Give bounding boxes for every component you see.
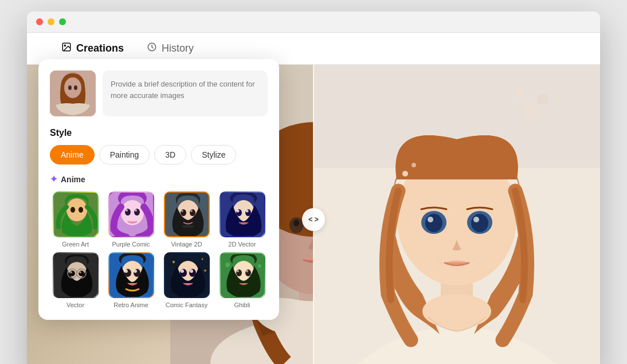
style-item-vector[interactable]: Vector [50, 252, 101, 308]
browser-bar [27, 11, 600, 33]
svg-point-56 [245, 210, 248, 213]
style-item-ghibli[interactable]: Ghibli [217, 252, 268, 308]
maximize-button[interactable] [59, 18, 66, 25]
svg-point-11 [293, 220, 299, 226]
style-title: Style [50, 128, 268, 138]
style-thumb-vintage-2d [164, 191, 210, 237]
svg-point-15 [523, 102, 540, 119]
svg-point-27 [402, 171, 408, 177]
style-thumb-ghibli [220, 252, 265, 298]
style-btn-anime[interactable]: Anime [50, 145, 95, 165]
svg-point-33 [74, 85, 77, 90]
svg-point-22 [425, 214, 442, 232]
svg-point-23 [471, 214, 488, 232]
upload-thumbnail[interactable] [50, 71, 96, 116]
style-thumb-retro-anime [108, 252, 154, 298]
image-icon [61, 42, 72, 55]
svg-point-71 [134, 269, 137, 273]
svg-point-32 [68, 85, 72, 90]
style-item-2d-vector[interactable]: 2D Vector [217, 191, 268, 248]
svg-point-36 [70, 207, 75, 213]
minimize-button[interactable] [48, 18, 54, 25]
style-item-green-art[interactable]: Green Art [50, 191, 101, 248]
svg-point-35 [66, 198, 87, 221]
browser-content: Creations History [27, 33, 600, 364]
anime-section-label: Anime [61, 175, 85, 184]
tab-creations-label: Creations [76, 42, 124, 54]
svg-point-79 [201, 259, 203, 260]
style-item-vintage-2d[interactable]: Vintage 2D [161, 191, 212, 248]
svg-point-78 [173, 261, 175, 263]
svg-point-86 [246, 270, 248, 272]
svg-point-88 [258, 264, 261, 268]
style-section: Style Anime Painting 3D Stylize [50, 128, 268, 165]
style-buttons: Anime Painting 3D Stylize [50, 145, 268, 165]
svg-point-55 [236, 210, 239, 213]
style-item-retro-anime[interactable]: Retro Anime [105, 252, 156, 308]
svg-point-70 [124, 269, 128, 273]
style-label-2d-vector: 2D Vector [228, 241, 256, 248]
style-item-comic-fantasy[interactable]: Comic Fantasy [161, 252, 212, 308]
svg-point-49 [190, 210, 193, 212]
style-label-green-art: Green Art [62, 241, 89, 248]
style-label-retro-anime: Retro Anime [113, 302, 148, 308]
split-handle[interactable]: < > [302, 208, 325, 231]
style-thumb-vector [53, 252, 99, 298]
svg-point-42 [126, 209, 128, 212]
upload-row [50, 71, 268, 116]
svg-rect-50 [182, 225, 194, 228]
close-button[interactable] [36, 18, 43, 25]
svg-point-87 [225, 263, 230, 267]
svg-point-43 [135, 209, 137, 212]
svg-point-64 [70, 271, 72, 273]
svg-point-65 [79, 271, 81, 273]
style-label-ghibli: Ghibli [234, 302, 250, 308]
floating-panel: Style Anime Painting 3D Stylize ✦ Anime [38, 59, 279, 320]
anime-photo-side [314, 65, 600, 364]
clock-icon [147, 42, 157, 55]
style-thumb-comic-fantasy [164, 252, 210, 298]
svg-point-28 [412, 163, 416, 167]
svg-point-16 [537, 93, 548, 105]
style-btn-3d[interactable]: 3D [154, 145, 186, 165]
svg-point-63 [79, 271, 84, 276]
description-input[interactable] [103, 71, 268, 116]
style-thumb-green-art [53, 191, 99, 237]
style-item-purple-comic[interactable]: Purple Comic [105, 191, 156, 248]
svg-point-77 [190, 269, 193, 273]
style-btn-painting[interactable]: Painting [99, 145, 150, 165]
style-thumb-2d-vector [220, 191, 265, 237]
svg-point-1 [64, 45, 65, 46]
style-label-purple-comic: Purple Comic [112, 241, 150, 248]
main-area: < > [27, 65, 600, 364]
tab-history-label: History [162, 42, 194, 54]
style-label-vector: Vector [66, 302, 84, 308]
svg-point-31 [64, 77, 81, 98]
svg-point-80 [204, 269, 206, 272]
svg-point-24 [428, 217, 433, 222]
style-label-comic-fantasy: Comic Fantasy [166, 302, 207, 308]
svg-point-62 [69, 271, 75, 276]
anime-sparkle-icon: ✦ [50, 174, 57, 185]
style-thumb-purple-comic [108, 191, 154, 237]
anime-section: ✦ Anime [50, 174, 268, 308]
anime-section-title: ✦ Anime [50, 174, 268, 185]
svg-point-25 [473, 217, 479, 222]
svg-point-48 [181, 210, 183, 212]
svg-point-76 [181, 269, 184, 273]
svg-point-85 [237, 270, 239, 272]
svg-point-17 [515, 89, 524, 98]
style-label-vintage-2d: Vintage 2D [171, 241, 202, 248]
style-btn-stylize[interactable]: Stylize [191, 145, 236, 165]
split-arrows: < > [308, 216, 318, 224]
style-grid: Green Art [50, 191, 268, 308]
browser-window: Creations History [27, 11, 600, 364]
svg-point-37 [79, 207, 83, 213]
